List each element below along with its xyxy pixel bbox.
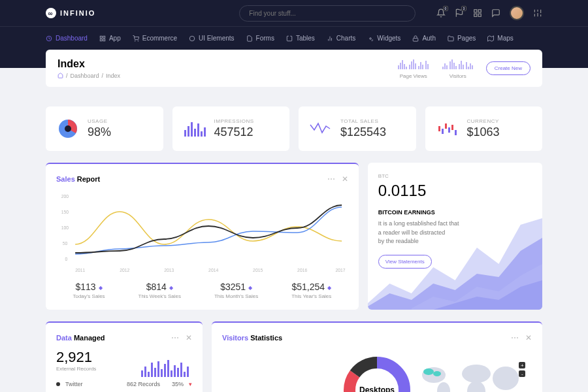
svg-rect-66 xyxy=(448,127,450,133)
close-icon[interactable]: ✕ xyxy=(342,174,348,184)
breadcrumb-item[interactable]: Dashboard xyxy=(71,73,99,79)
svg-rect-90 xyxy=(171,370,172,377)
svg-rect-93 xyxy=(180,363,182,377)
svg-rect-64 xyxy=(442,129,444,134)
more-icon[interactable]: ⋯ xyxy=(511,333,519,342)
svg-marker-25 xyxy=(488,35,494,41)
nav-forms[interactable]: Forms xyxy=(246,35,274,42)
svg-rect-59 xyxy=(194,129,196,137)
nav-widgets[interactable]: Widgets xyxy=(367,35,400,42)
svg-point-55 xyxy=(65,125,71,132)
currency-icon xyxy=(436,117,459,140)
svg-rect-24 xyxy=(414,38,419,41)
svg-point-17 xyxy=(135,41,135,41)
main-row: Sales Report ⋯✕ 200150100500 20112012201… xyxy=(46,163,542,310)
svg-text:150: 150 xyxy=(61,210,69,214)
svg-rect-63 xyxy=(438,126,440,131)
nav-app[interactable]: App xyxy=(99,35,121,42)
svg-point-106 xyxy=(433,371,441,376)
nav-maps[interactable]: Maps xyxy=(487,35,513,42)
data-sparkline xyxy=(140,359,192,377)
svg-rect-88 xyxy=(164,364,166,377)
svg-rect-65 xyxy=(445,123,447,129)
nav-auth[interactable]: Auth xyxy=(412,35,436,42)
search-input[interactable] xyxy=(239,5,416,22)
nav-pages[interactable]: Pages xyxy=(448,35,476,42)
svg-text:0: 0 xyxy=(65,257,68,261)
view-statements-button[interactable]: View Statements xyxy=(378,255,432,269)
page-title: Index xyxy=(57,58,120,70)
svg-rect-16 xyxy=(100,39,102,41)
nav-ui[interactable]: UI Elements xyxy=(189,35,234,42)
close-icon[interactable]: ✕ xyxy=(186,333,192,342)
nav-tables[interactable]: Tables xyxy=(286,35,315,42)
svg-rect-68 xyxy=(455,130,457,135)
create-new-button[interactable]: Create New xyxy=(486,61,531,75)
svg-text:100: 100 xyxy=(61,225,69,230)
nav-charts[interactable]: Charts xyxy=(327,35,355,42)
svg-point-105 xyxy=(423,368,434,375)
svg-rect-86 xyxy=(157,361,159,377)
topbar: ∞ INFINIO 0 3 xyxy=(0,0,588,26)
svg-rect-3 xyxy=(474,14,477,16)
svg-text:2014: 2014 xyxy=(208,268,218,272)
svg-point-101 xyxy=(462,365,491,383)
chevron-down-icon: ▾ xyxy=(189,381,192,387)
avatar[interactable] xyxy=(510,6,524,20)
svg-rect-57 xyxy=(188,126,189,137)
close-icon[interactable]: ✕ xyxy=(525,333,532,342)
chat-icon[interactable] xyxy=(491,8,500,18)
topbar-right: 0 3 xyxy=(436,6,542,20)
svg-rect-85 xyxy=(154,368,156,377)
svg-text:2012: 2012 xyxy=(120,268,129,272)
settings-icon[interactable] xyxy=(533,8,542,18)
svg-rect-84 xyxy=(151,363,153,377)
msg-badge: 3 xyxy=(461,6,466,11)
more-icon[interactable]: ⋯ xyxy=(171,333,179,342)
svg-point-18 xyxy=(138,41,139,41)
stat-currency: CURRENCY$1063 xyxy=(425,106,543,151)
visitors-sparkline xyxy=(442,57,474,69)
navbar: Dashboard App Ecommerce UI Elements Form… xyxy=(0,26,588,50)
sales-chart: 200150100500 201120122013201420152016201… xyxy=(56,190,348,275)
bars-icon xyxy=(183,117,206,140)
nav-ecommerce[interactable]: Ecommerce xyxy=(133,35,177,42)
content: Index / Dashboard / Index Page Views Vis xyxy=(0,50,588,392)
breadcrumb-card: Index / Dashboard / Index Page Views Vis xyxy=(46,50,542,87)
world-map: +- xyxy=(414,355,532,392)
flag-icon[interactable]: 3 xyxy=(455,8,464,18)
visitors-donut: Desktops xyxy=(341,354,413,392)
svg-rect-81 xyxy=(141,370,143,377)
svg-rect-1 xyxy=(478,10,481,12)
brand-text: INFINIO xyxy=(60,9,95,17)
stat-usage: USAGE98% xyxy=(46,106,163,151)
svg-text:2011: 2011 xyxy=(75,268,85,272)
page-views-stat: Page Views xyxy=(397,57,430,79)
pie-icon xyxy=(56,117,80,140)
stat-row: USAGE98% IMPRESSIONS457512 TOTAL SALES$1… xyxy=(46,106,542,151)
table-row: Twitter 862 Records 35% ▾ xyxy=(56,381,192,387)
logo[interactable]: ∞ INFINIO xyxy=(46,8,95,18)
svg-rect-61 xyxy=(201,131,203,137)
svg-point-103 xyxy=(493,367,519,390)
svg-rect-89 xyxy=(167,360,169,377)
nav-dashboard[interactable]: Dashboard xyxy=(46,35,88,42)
search-container xyxy=(239,5,416,22)
svg-rect-14 xyxy=(103,36,105,38)
svg-rect-2 xyxy=(478,14,481,16)
notif-badge: 0 xyxy=(443,6,448,11)
logo-icon: ∞ xyxy=(46,8,56,18)
grid-icon[interactable] xyxy=(473,8,482,18)
data-managed-card: Data Managed ⋯✕ 2,921 External Records T… xyxy=(46,321,203,392)
svg-rect-82 xyxy=(144,367,146,377)
svg-rect-83 xyxy=(148,372,150,377)
more-icon[interactable]: ⋯ xyxy=(327,174,335,184)
svg-text:2013: 2013 xyxy=(164,268,174,272)
svg-rect-95 xyxy=(187,367,189,377)
svg-line-12 xyxy=(49,39,50,39)
svg-text:2017: 2017 xyxy=(335,268,345,272)
breadcrumb: / Dashboard / Index xyxy=(57,73,120,79)
svg-rect-58 xyxy=(191,122,193,137)
svg-rect-94 xyxy=(184,372,186,377)
bell-icon[interactable]: 0 xyxy=(436,8,446,18)
